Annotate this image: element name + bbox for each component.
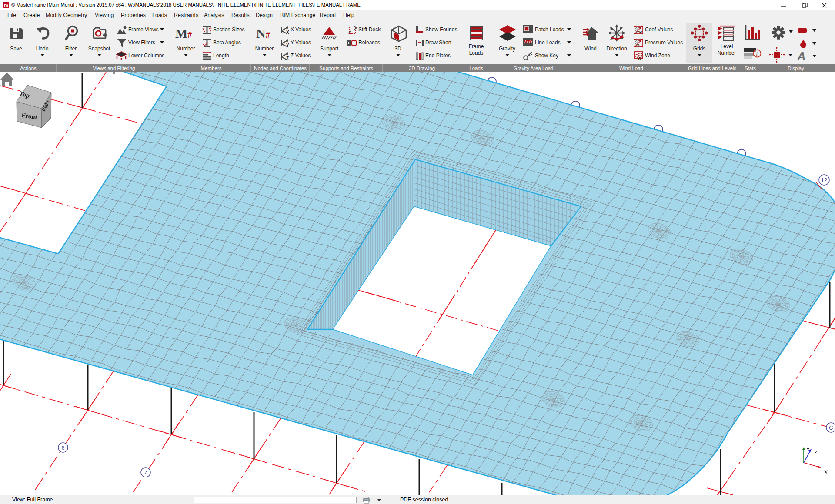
svg-text:Z: Z: [814, 450, 817, 456]
svg-text:6: 6: [61, 444, 64, 451]
svg-text:C: C: [829, 424, 833, 431]
svg-text:7: 7: [144, 469, 147, 476]
svg-text:Y: Y: [286, 43, 289, 47]
svg-text:CP: CP: [636, 30, 642, 34]
svg-text:Z: Z: [286, 56, 289, 60]
svg-text:Q: Q: [636, 43, 639, 47]
svg-text:12: 12: [821, 177, 827, 183]
svg-text:X: X: [286, 30, 289, 34]
svg-text:W: W: [637, 56, 642, 61]
svg-text:Y: Y: [806, 447, 810, 453]
svg-text:X: X: [824, 469, 828, 475]
svg-text:i: i: [756, 51, 758, 57]
svg-text:A: A: [797, 50, 806, 63]
